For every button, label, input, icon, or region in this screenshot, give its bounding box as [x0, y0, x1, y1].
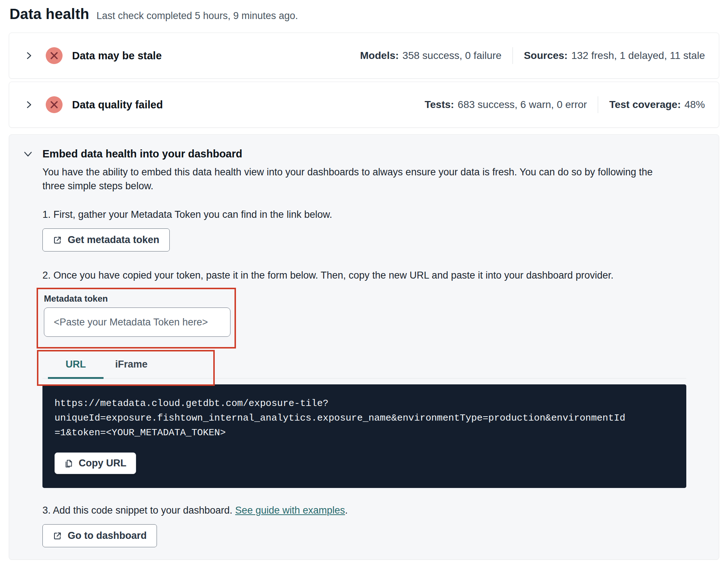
stat-value: 132 fresh, 1 delayed, 11 stale: [571, 50, 705, 61]
expand-panel-button[interactable]: [23, 50, 35, 61]
embed-section: Embed data health into your dashboard Yo…: [9, 134, 719, 560]
page-header: Data health Last check completed 5 hours…: [9, 6, 719, 22]
metadata-token-input[interactable]: [44, 308, 230, 337]
metadata-token-label: Metadata token: [44, 294, 234, 304]
stat-label: Sources:: [524, 50, 568, 61]
stat-value: 48%: [684, 99, 705, 111]
stat-value: 683 success, 6 warn, 0 error: [458, 99, 587, 111]
embed-url-code-block: https://metadata.cloud.getdbt.com/exposu…: [42, 384, 686, 488]
error-status-icon: [46, 96, 63, 113]
annotation-box-metadata-token: Metadata token: [37, 288, 236, 348]
get-metadata-token-button[interactable]: Get metadata token: [42, 228, 170, 251]
chevron-down-icon: [23, 149, 33, 159]
copy-url-button[interactable]: Copy URL: [55, 452, 136, 474]
panel-stats: Tests: 683 success, 6 warn, 0 error Test…: [425, 96, 705, 113]
panel-data-quality-failed[interactable]: Data quality failed Tests: 683 success, …: [9, 82, 719, 128]
embed-description: You have the ability to embed this data …: [42, 165, 664, 193]
panel-stats: Models: 358 success, 0 failure Sources: …: [360, 47, 705, 64]
error-status-icon: [46, 47, 63, 64]
last-check-status: Last check completed 5 hours, 9 minutes …: [97, 10, 298, 22]
code-line: =1&token=<YOUR_METADATA_TOKEN>: [55, 425, 673, 440]
code-line: uniqueId=exposure.fishtown_internal_anal…: [55, 411, 673, 425]
chevron-right-icon: [25, 100, 33, 109]
go-to-dashboard-label: Go to dashboard: [68, 530, 147, 541]
stat-value: 358 success, 0 failure: [402, 50, 502, 61]
copy-icon: [64, 459, 74, 468]
stat-label: Tests:: [425, 99, 454, 111]
embed-section-header[interactable]: Embed data health into your dashboard: [23, 148, 698, 160]
panel-title: Data may be stale: [72, 50, 162, 62]
page-title: Data health: [10, 6, 89, 22]
step3-text: 3. Add this code snippet to your dashboa…: [42, 505, 698, 516]
get-metadata-token-label: Get metadata token: [68, 234, 160, 246]
output-format-tabs: URL iFrame: [42, 351, 686, 379]
step3-text-before: 3. Add this code snippet to your dashboa…: [42, 505, 235, 516]
chevron-right-icon: [25, 51, 33, 60]
stat-divider: [513, 47, 513, 64]
panel-title: Data quality failed: [72, 99, 163, 111]
step1-text: 1. First, gather your Metadata Token you…: [42, 209, 698, 220]
external-link-icon: [53, 235, 62, 245]
expand-panel-button[interactable]: [23, 99, 35, 111]
see-guide-link[interactable]: See guide with examples: [235, 505, 345, 516]
stat-label: Test coverage:: [609, 99, 681, 111]
code-line: https://metadata.cloud.getdbt.com/exposu…: [55, 396, 673, 411]
go-to-dashboard-button[interactable]: Go to dashboard: [42, 524, 157, 547]
panel-data-may-be-stale[interactable]: Data may be stale Models: 358 success, 0…: [9, 33, 719, 79]
copy-url-label: Copy URL: [79, 458, 127, 469]
tab-url[interactable]: URL: [48, 351, 104, 378]
embed-section-title: Embed data health into your dashboard: [42, 148, 242, 160]
stat-label: Models:: [360, 50, 399, 61]
external-link-icon: [53, 531, 62, 541]
step2-text: 2. Once you have copied your token, past…: [42, 270, 698, 281]
stat-divider: [598, 96, 598, 113]
step3-text-after: .: [345, 505, 348, 516]
tab-iframe[interactable]: iFrame: [104, 351, 159, 378]
